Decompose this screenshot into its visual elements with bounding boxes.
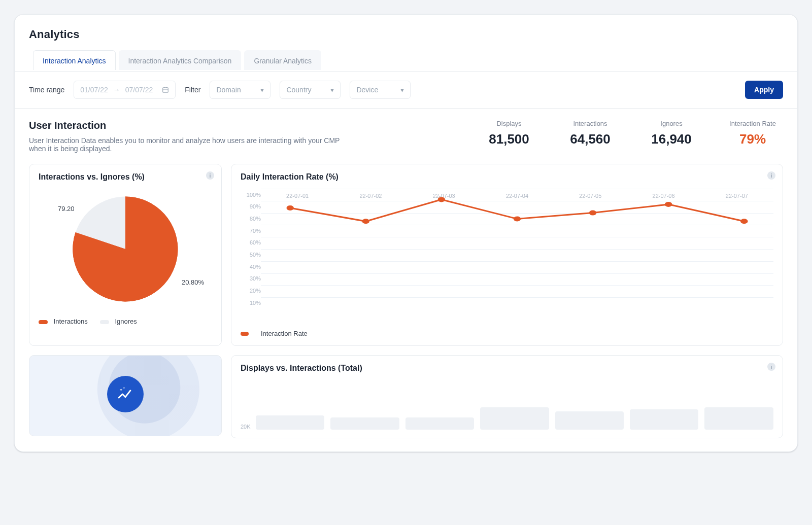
- kpi-label: Ignores: [641, 120, 702, 127]
- ytick: 20%: [241, 288, 261, 294]
- ytick: 80%: [241, 216, 261, 222]
- y-axis: 100% 90% 80% 70% 60% 50% 40% 30% 20% 10%: [241, 189, 261, 321]
- kpi-label: Interaction Rate: [722, 120, 783, 127]
- kpi-interactions: Interactions 64,560: [560, 120, 621, 147]
- line-chart: 100% 90% 80% 70% 60% 50% 40% 30% 20% 10%: [241, 189, 773, 321]
- body: User Interaction User Interaction Data e…: [15, 109, 797, 451]
- filter-bar: Time range 01/07/22 → 07/07/22 Filter Do…: [15, 72, 797, 109]
- pie-chart: 79.20 20.80%: [67, 191, 184, 307]
- bar: [704, 407, 773, 430]
- swatch-orange: [241, 332, 249, 336]
- country-dropdown-label: Country: [286, 86, 311, 94]
- legend-label: Interactions: [54, 318, 88, 325]
- device-dropdown-label: Device: [356, 86, 378, 94]
- time-range-label: Time range: [29, 86, 64, 94]
- line-legend: Interaction Rate: [241, 330, 773, 337]
- pie-legend: Interactions Ignores: [39, 318, 212, 325]
- svg-rect-0: [163, 88, 168, 92]
- legend-ignores: Ignores: [100, 318, 137, 325]
- bar: [630, 409, 698, 430]
- domain-dropdown[interactable]: Domain ▾: [210, 81, 270, 99]
- legend-label: Ignores: [115, 318, 137, 325]
- ytick: 70%: [241, 228, 261, 234]
- analytics-surface: Analytics Interaction Analytics Interact…: [14, 14, 798, 452]
- section-title: User Interaction: [29, 120, 344, 131]
- info-icon[interactable]: i: [206, 171, 214, 180]
- svg-point-5: [514, 217, 521, 222]
- kpi-value: 79%: [722, 131, 783, 147]
- filter-label: Filter: [185, 86, 200, 94]
- kpi-interaction-rate: Interaction Rate 79%: [722, 120, 783, 147]
- pie-title: Interactions vs. Ignores (%): [39, 172, 212, 182]
- apply-button[interactable]: Apply: [745, 81, 783, 99]
- kpi-value: 64,560: [560, 131, 621, 147]
- ytick: 50%: [241, 252, 261, 258]
- tab-granular-analytics[interactable]: Granular Analytics: [244, 50, 321, 70]
- page-title: Analytics: [29, 28, 783, 41]
- chevron-down-icon: ▾: [400, 86, 404, 94]
- page-header: Analytics Interaction Analytics Interact…: [15, 15, 797, 71]
- date-to: 07/07/22: [125, 86, 153, 94]
- bars-chart: [256, 394, 773, 430]
- bars-title: Displays vs. Interactions (Total): [241, 364, 773, 373]
- kpis: Displays 81,500 Interactions 64,560 Igno…: [479, 120, 783, 147]
- pie-label-a: 79.20: [58, 205, 75, 213]
- swatch-gray: [100, 320, 109, 324]
- kpi-ignores: Ignores 16,940: [641, 120, 702, 147]
- kpi-label: Displays: [479, 120, 539, 127]
- kpi-value: 81,500: [479, 131, 539, 147]
- svg-point-4: [438, 197, 445, 202]
- swatch-orange: [39, 320, 48, 324]
- line-svg: [261, 189, 773, 309]
- legend-label: Interaction Rate: [261, 330, 308, 337]
- section-description: User Interaction Data enables you to mon…: [29, 136, 344, 153]
- bar: [330, 417, 399, 430]
- info-icon[interactable]: i: [767, 171, 775, 180]
- ytick: 60%: [241, 239, 261, 246]
- tab-interaction-analytics-comparison[interactable]: Interaction Analytics Comparison: [119, 50, 242, 70]
- bar: [555, 411, 624, 430]
- svg-point-3: [362, 219, 369, 224]
- tab-interaction-analytics[interactable]: Interaction Analytics: [33, 50, 116, 70]
- device-dropdown[interactable]: Device ▾: [350, 81, 411, 99]
- domain-dropdown-label: Domain: [216, 86, 241, 94]
- svg-point-7: [665, 202, 672, 207]
- ytick: 10%: [241, 300, 261, 306]
- svg-point-8: [740, 219, 748, 224]
- bar: [405, 417, 474, 430]
- ytick: 30%: [241, 275, 261, 282]
- bar: [480, 407, 549, 430]
- card-pie: Interactions vs. Ignores (%) i 79.20: [29, 164, 222, 346]
- kpi-value: 16,940: [641, 131, 702, 147]
- plot: 22-07-01 22-07-02 22-07-03 22-07-04 22-0…: [261, 189, 773, 321]
- card-line: Daily Interaction Rate (%) i 100% 90% 80…: [231, 164, 783, 346]
- date-range-input[interactable]: 01/07/22 → 07/07/22: [74, 81, 176, 99]
- card-bars: Displays vs. Interactions (Total) i 20K: [231, 355, 783, 438]
- line-title: Daily Interaction Rate (%): [241, 172, 773, 182]
- date-from: 01/07/22: [80, 86, 108, 94]
- ytick-20k: 20K: [241, 424, 251, 430]
- pie-svg: [67, 191, 184, 307]
- pie-label-b: 20.80%: [182, 278, 204, 286]
- kpi-displays: Displays 81,500: [479, 120, 539, 147]
- bar: [256, 415, 324, 430]
- chevron-down-icon: ▾: [260, 86, 264, 94]
- country-dropdown[interactable]: Country ▾: [280, 81, 341, 99]
- info-icon[interactable]: i: [767, 363, 775, 371]
- tabs: Interaction Analytics Interaction Analyt…: [29, 50, 783, 70]
- legend-interactions: Interactions: [39, 318, 88, 325]
- calendar-icon: [162, 86, 169, 93]
- ytick: 100%: [241, 192, 261, 198]
- sparkle-trend-icon: [107, 376, 144, 412]
- kpi-label: Interactions: [560, 120, 621, 127]
- section-head: User Interaction User Interaction Data e…: [29, 120, 783, 153]
- svg-point-2: [287, 205, 294, 211]
- arrow-right-icon: →: [113, 86, 120, 94]
- svg-point-6: [589, 211, 596, 216]
- card-promo: [29, 355, 222, 436]
- ytick: 40%: [241, 264, 261, 270]
- ytick: 90%: [241, 203, 261, 209]
- chevron-down-icon: ▾: [330, 86, 334, 94]
